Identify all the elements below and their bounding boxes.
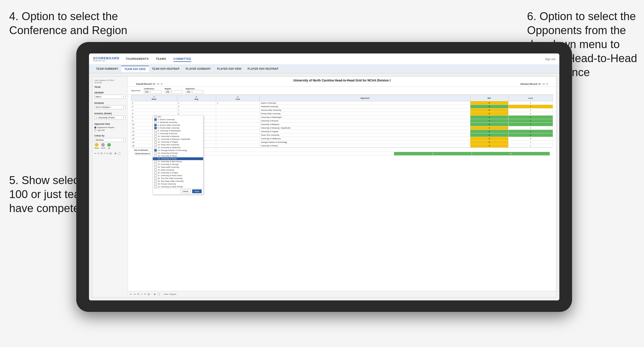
- tab-team-h2h-grid[interactable]: TEAM H2H GRID: [121, 66, 149, 72]
- check-6: [154, 127, 157, 129]
- dropdown-item-29[interactable]: 29. San Diego State University: [153, 180, 203, 183]
- table-row: 211 Auburn University 2 1: [131, 101, 553, 105]
- apply-button[interactable]: Apply: [192, 189, 202, 193]
- check-16: [154, 152, 157, 154]
- dropdown-item-24[interactable]: 24. Duke University: [153, 169, 203, 171]
- col-reg: #Reg: [177, 95, 216, 101]
- dropdown-item-22[interactable]: 22. University of Georgia: [153, 163, 203, 166]
- check-18: [154, 155, 157, 157]
- check-15: [154, 149, 157, 151]
- dropdown-item-28[interactable]: 28. The Ohio State University: [153, 177, 203, 180]
- dropdown-item-15[interactable]: 15. Georgia Institute of Technology: [153, 149, 203, 152]
- check-20: [154, 158, 157, 160]
- bt-view-label: View: Original: [164, 293, 176, 295]
- right-panel: University of North Carolina Head-to-Hea…: [128, 77, 556, 297]
- check-2: [154, 118, 157, 121]
- nav-tournaments[interactable]: TOURNAMENTS: [126, 56, 149, 62]
- school-label: School (Rank): [94, 112, 126, 115]
- dropdown-item-31[interactable]: 31. University of North Florida: [153, 185, 203, 188]
- conference-filter-label: Conference: [144, 88, 162, 90]
- sidebar-team: Team: [94, 86, 126, 88]
- dropdown-item-13[interactable]: 13. Texas Tech University: [153, 143, 203, 146]
- check-4: [154, 124, 157, 126]
- check-24: [154, 169, 157, 171]
- dropdown-item-12[interactable]: 12. University of Virginia: [153, 141, 203, 143]
- dropdown-item-14[interactable]: 14. University of Oklahoma: [153, 146, 203, 149]
- dropdown-item-4[interactable]: 4. Arizona State University: [153, 124, 203, 127]
- division-select[interactable]: NCAA Division I: [94, 105, 126, 109]
- legend-level-dot: [101, 143, 105, 147]
- main-content: Last Updated: 4/7/2014 16:55:38 Team Gen…: [89, 73, 559, 300]
- dropdown-item-11[interactable]: 11. University of Arkansas, Fayetteville: [153, 138, 203, 141]
- dropdown-item-2[interactable]: 2. Auburn University: [153, 118, 203, 121]
- tab-player-summary[interactable]: PLAYER SUMMARY: [183, 66, 214, 72]
- opponent-dropdown[interactable]: (All) 2. Auburn University 3. Vanderbilt…: [153, 115, 203, 195]
- opponent-select[interactable]: (All): [186, 90, 203, 93]
- tab-team-summary[interactable]: TEAM SUMMARY: [93, 66, 121, 72]
- refresh-icon[interactable]: ↺: [100, 152, 102, 155]
- dropdown-item-3[interactable]: 3. Vanderbilt University: [153, 121, 203, 124]
- dropdown-item-9[interactable]: 9. University of Arizona: [153, 132, 203, 135]
- dropdown-item-23[interactable]: 23. Texas A&M University: [153, 166, 203, 169]
- tab-player-h2h-heatmap[interactable]: PLAYER H2H HEATMAP: [245, 66, 281, 72]
- dropdown-item-8[interactable]: 8. University of Washington: [153, 129, 203, 132]
- expand-icon[interactable]: ⤢: [103, 152, 106, 155]
- nav-sign-out[interactable]: Sign out: [545, 58, 555, 61]
- dropdown-item-18[interactable]: 18. University of Illinois: [153, 155, 203, 157]
- report-title: University of North Carolina Head-to-Hea…: [131, 79, 553, 82]
- sidebar-colour-by: Colour by Win/loss Down Level: [94, 134, 126, 149]
- check-14: [154, 146, 157, 149]
- school-select[interactable]: 1. University of Nort...: [94, 116, 126, 120]
- minus-icon[interactable]: ⊟: [110, 152, 112, 155]
- conference-select[interactable]: (All): [144, 90, 162, 93]
- gender-select[interactable]: Men's: [94, 95, 126, 99]
- add-icon[interactable]: ⊕: [114, 152, 116, 155]
- bt-revert[interactable]: ↺: [137, 293, 139, 296]
- dropdown-item-27[interactable]: 27. University of Notre Dame: [153, 174, 203, 177]
- check-3: [154, 121, 157, 123]
- dropdown-item-21[interactable]: 21. University of New Mexico: [153, 160, 203, 163]
- check-23: [154, 166, 157, 168]
- legend-row: Down Level Up: [94, 143, 126, 149]
- dropdown-item-10[interactable]: 10. University of Alabama: [153, 135, 203, 138]
- table-row: 41 Arizona State University 5 1: [131, 108, 553, 112]
- division-label: Division: [94, 102, 126, 104]
- tab-player-h2h-grid[interactable]: PLAYER H2H GRID: [214, 66, 245, 72]
- dropdown-item-6[interactable]: 6. Florida State University: [153, 127, 203, 129]
- dropdown-item-20[interactable]: 20. University of Texas: [153, 157, 203, 160]
- radio-opponents-played[interactable]: Opponents Played: [94, 126, 126, 129]
- radio-top100[interactable]: Top 100: [94, 129, 126, 131]
- dropdown-item-all[interactable]: (All): [153, 115, 203, 118]
- tab-team-h2h-heatmap[interactable]: TEAM H2H HEATMAP: [149, 66, 183, 72]
- filters-row: Opponents: Conference (All) Region (All)…: [128, 87, 556, 95]
- sub-nav: TEAM SUMMARY TEAM H2H GRID TEAM H2H HEAT…: [89, 65, 559, 73]
- bt-add[interactable]: ⊕: [154, 293, 156, 296]
- colour-by-select[interactable]: Win/loss: [94, 138, 126, 142]
- bt-minus[interactable]: ⊟: [148, 293, 150, 296]
- check-21: [154, 160, 157, 163]
- dropdown-item-30[interactable]: 30. Purdue University: [153, 183, 203, 185]
- dropdown-item-25[interactable]: 25. University of Oregon: [153, 171, 203, 174]
- bt-clock[interactable]: 🕐: [157, 293, 160, 296]
- dropdown-item-16[interactable]: 16. University of Florida: [153, 152, 203, 155]
- region-select[interactable]: (All): [165, 90, 183, 93]
- nav-links: TOURNAMENTS TEAMS COMMITTEE: [126, 56, 545, 62]
- clock-icon[interactable]: 🕐: [117, 152, 121, 155]
- sidebar-division: Division NCAA Division I: [94, 102, 126, 109]
- check-31: [154, 186, 157, 188]
- col-conf: #Conf: [216, 95, 260, 101]
- nav-committee[interactable]: COMMITTEE: [173, 56, 191, 62]
- tablet-screen: SCOREBOARD Powered by ... TOURNAMENTS TE…: [89, 53, 559, 300]
- bt-expand[interactable]: ⤢: [141, 293, 143, 296]
- undo-icon[interactable]: ↩: [94, 152, 96, 155]
- legend-down: Down: [94, 143, 99, 149]
- team-label: Team: [94, 86, 126, 88]
- bt-cut[interactable]: ✄: [144, 293, 146, 296]
- nav-teams[interactable]: TEAMS: [156, 56, 166, 62]
- bt-undo[interactable]: ↩: [130, 293, 132, 296]
- cut-icon[interactable]: ✄: [107, 152, 109, 155]
- redo-icon[interactable]: ↪: [97, 152, 99, 155]
- legend-level: Level: [101, 143, 105, 149]
- bt-redo[interactable]: ↪: [133, 293, 136, 296]
- cancel-button[interactable]: Cancel: [180, 189, 191, 193]
